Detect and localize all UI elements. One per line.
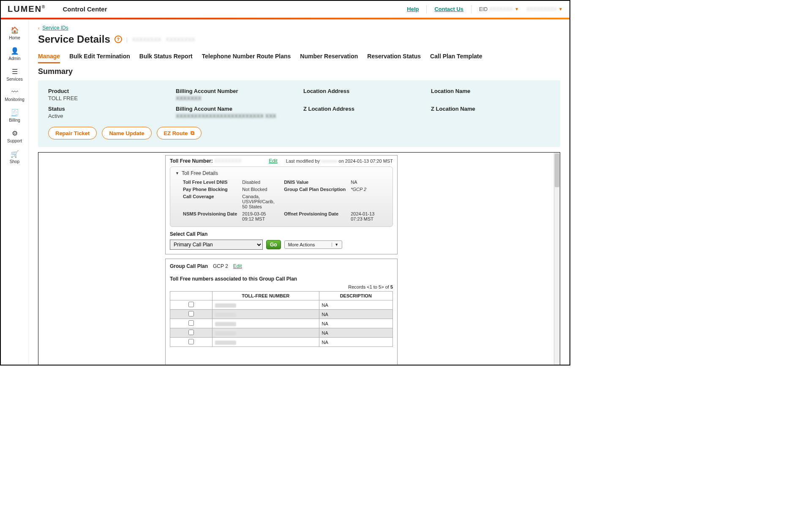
sidebar-item-shop[interactable]: 🛒Shop bbox=[1, 147, 28, 167]
row-checkbox[interactable] bbox=[188, 339, 194, 344]
sidebar-item-label: Admin bbox=[8, 56, 20, 61]
repair-ticket-button[interactable]: Repair Ticket bbox=[48, 127, 97, 139]
tab-bulk-edit-termination[interactable]: Bulk Edit Termination bbox=[69, 53, 130, 63]
column-header[interactable]: TOLL-FREE NUMBER bbox=[213, 292, 319, 300]
sidebar-item-home[interactable]: 🏠Home bbox=[1, 23, 28, 44]
contact-us-link[interactable]: Contact Us bbox=[434, 6, 463, 12]
detail-label: Offnet Provisioning Date bbox=[284, 211, 346, 221]
last-modified-info: Last modified by xxxxxxx on 2024-01-13 0… bbox=[286, 158, 393, 164]
row-checkbox[interactable] bbox=[188, 320, 194, 326]
service-id-redacted: XXXXXXXX XXXXXXXX bbox=[132, 36, 195, 43]
detail-label: Pay Phone Blocking bbox=[183, 187, 237, 192]
summary-value: TOLL FREE bbox=[48, 95, 167, 101]
detail-value: Disabled bbox=[242, 180, 279, 185]
go-button[interactable]: Go bbox=[266, 240, 281, 249]
cell-description: NA bbox=[319, 328, 392, 338]
list-icon: ☰ bbox=[12, 68, 18, 76]
home-icon: 🏠 bbox=[11, 26, 19, 34]
help-link[interactable]: Help bbox=[407, 6, 419, 12]
summary-label: Status bbox=[48, 106, 167, 112]
detail-label: NSMS Provisioning Date bbox=[183, 211, 237, 221]
detail-value: Canada, USVI/PR/Carib, 50 States bbox=[242, 194, 279, 209]
details-container: Toll Free Number: XXXXXXXX Edit Last mod… bbox=[38, 152, 560, 365]
edit-toll-free-link[interactable]: Edit bbox=[269, 158, 278, 164]
name-update-button[interactable]: Name Update bbox=[102, 127, 151, 139]
sidebar-item-services[interactable]: ☰Services bbox=[1, 64, 28, 85]
app-title: Control Center bbox=[63, 5, 107, 13]
ez-route-button[interactable]: EZ Route ⧉ bbox=[157, 127, 202, 139]
call-plan-select[interactable]: Primary Call Plan bbox=[170, 240, 263, 250]
toll-free-number-label: Toll Free Number: bbox=[170, 158, 213, 164]
toll-free-redacted bbox=[215, 331, 236, 336]
detail-value: 2024-01-13 07:23 MST bbox=[351, 211, 387, 221]
detail-label: Call Coverage bbox=[183, 194, 237, 209]
select-call-plan-label: Select Call Plan bbox=[170, 231, 393, 237]
gcp-subtitle: Toll Free numbers associated to this Gro… bbox=[170, 276, 393, 282]
table-row: NA bbox=[170, 338, 393, 347]
external-link-icon: ⧉ bbox=[191, 130, 194, 136]
column-header[interactable]: DESCRIPTION bbox=[319, 292, 392, 300]
account-dropdown[interactable]: XXXXXXXXX ▼ bbox=[526, 6, 563, 12]
sidebar-item-admin[interactable]: 👤Admin bbox=[1, 44, 28, 64]
sidebar-item-label: Services bbox=[6, 77, 22, 82]
sidebar-item-billing[interactable]: 🧾Billing bbox=[1, 105, 28, 126]
divider bbox=[471, 5, 471, 14]
tab-number-reservation[interactable]: Number Reservation bbox=[300, 53, 358, 63]
gcp-value: GCP 2 bbox=[213, 263, 228, 269]
eid-dropdown[interactable]: EID XXXXXXX ▼ bbox=[479, 6, 519, 12]
scrollbar[interactable] bbox=[554, 153, 560, 365]
chevron-down-icon: ▼ bbox=[559, 7, 563, 11]
table-row: NA bbox=[170, 300, 393, 310]
summary-label: Billing Account Number bbox=[176, 88, 295, 94]
toll-free-redacted bbox=[215, 322, 236, 326]
scrollbar-thumb[interactable] bbox=[555, 153, 559, 187]
sidebar: 🏠Home 👤Admin ☰Services 〰Monitoring 🧾Bill… bbox=[1, 19, 29, 365]
more-actions-dropdown[interactable]: More Actions▼ bbox=[284, 240, 343, 249]
summary-label: Product bbox=[48, 88, 167, 94]
detail-label: Group Call Plan Description bbox=[284, 187, 346, 192]
tabs: Manage Bulk Edit Termination Bulk Status… bbox=[38, 53, 560, 64]
summary-label: Location Name bbox=[431, 88, 550, 94]
detail-value bbox=[351, 194, 387, 209]
table-row: NA bbox=[170, 319, 393, 328]
sidebar-item-support[interactable]: ⚙Support bbox=[1, 126, 28, 147]
toll-free-redacted bbox=[215, 303, 236, 308]
page-title: Service Details bbox=[38, 33, 110, 45]
chevron-down-icon: ▼ bbox=[515, 7, 519, 11]
chevron-left-icon: ‹ bbox=[38, 25, 40, 30]
sidebar-item-label: Home bbox=[9, 35, 20, 40]
detail-label: Toll Free Level DNIS bbox=[183, 180, 237, 185]
collapse-icon: ▼ bbox=[175, 171, 179, 175]
tab-reservation-status[interactable]: Reservation Status bbox=[367, 53, 421, 63]
summary-value-redacted: XXXXXXXXXXXXXXXXXXXXXXXX XXX bbox=[176, 113, 295, 119]
sidebar-item-monitoring[interactable]: 〰Monitoring bbox=[1, 85, 28, 105]
tab-manage[interactable]: Manage bbox=[38, 53, 60, 63]
user-icon: 👤 bbox=[11, 47, 19, 55]
detail-value: 2019-03-05 09:12 MST bbox=[242, 211, 279, 221]
gcp-label: Group Call Plan bbox=[170, 263, 208, 269]
table-row: NA bbox=[170, 310, 393, 319]
detail-label bbox=[284, 194, 346, 209]
detail-label: DNIS Value bbox=[284, 180, 346, 185]
gear-icon: ⚙ bbox=[12, 129, 18, 137]
row-checkbox[interactable] bbox=[188, 302, 194, 307]
tab-telephone-number-route-plans[interactable]: Telephone Number Route Plans bbox=[202, 53, 291, 63]
toll-free-redacted bbox=[215, 313, 236, 317]
edit-gcp-link[interactable]: Edit bbox=[233, 263, 242, 269]
divider: | bbox=[126, 36, 128, 43]
row-checkbox[interactable] bbox=[188, 330, 194, 335]
sidebar-item-label: Support bbox=[7, 139, 22, 143]
table-row: NA bbox=[170, 328, 393, 338]
toll-free-number-redacted: XXXXXXXX bbox=[214, 158, 241, 164]
tab-bulk-status-report[interactable]: Bulk Status Report bbox=[139, 53, 193, 63]
help-icon[interactable]: ? bbox=[114, 35, 122, 43]
toll-free-details-toggle[interactable]: ▼Toll Free Details bbox=[175, 170, 387, 176]
tab-call-plan-template[interactable]: Call Plan Template bbox=[430, 53, 482, 63]
breadcrumb-back[interactable]: Service IDs bbox=[42, 25, 68, 31]
cell-description: NA bbox=[319, 319, 392, 328]
summary-label: Z Location Address bbox=[303, 106, 422, 112]
row-checkbox[interactable] bbox=[188, 311, 194, 316]
summary-panel: ProductTOLL FREE Billing Account NumberX… bbox=[38, 80, 560, 147]
cell-description: NA bbox=[319, 310, 392, 319]
summary-label: Location Address bbox=[303, 88, 422, 94]
